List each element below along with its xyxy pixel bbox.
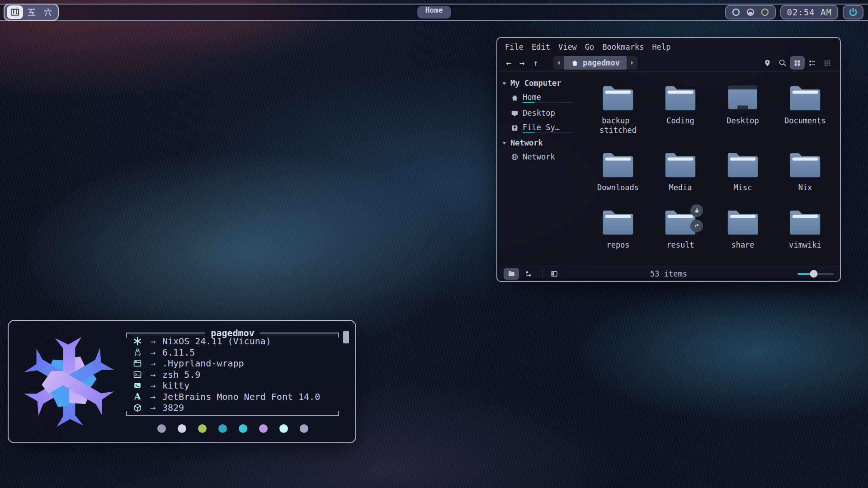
icon-view-button[interactable] — [790, 56, 805, 70]
path-scroll-right-icon[interactable] — [627, 56, 637, 70]
palette-dot-1 — [157, 424, 166, 433]
file-documents[interactable]: Documents — [774, 84, 836, 135]
zoom-slider[interactable] — [797, 273, 834, 275]
up-button[interactable]: ↑ — [529, 56, 542, 69]
back-button[interactable]: ← — [502, 56, 515, 69]
menu-bookmarks[interactable]: Bookmarks — [598, 42, 648, 52]
fetch-value: 6.11.5 — [162, 347, 195, 358]
file-label: share — [731, 240, 754, 250]
folder-icon — [663, 84, 698, 113]
file-label: Misc — [734, 183, 752, 192]
clock: 02:54 AM — [780, 5, 838, 19]
arrow-icon: → — [143, 391, 162, 402]
circle-outline-green-icon[interactable] — [760, 8, 769, 17]
fetch-value: kitty — [162, 380, 189, 391]
arrow-icon: → — [143, 336, 162, 347]
file-misc[interactable]: Misc — [712, 150, 774, 192]
status-bar: 53 items — [497, 266, 840, 281]
drive-icon — [511, 124, 519, 132]
terminal-color-palette — [126, 424, 339, 433]
workspace-button-2[interactable] — [24, 6, 39, 19]
fetch-value: 3829 — [162, 402, 184, 413]
sidebar-item-network[interactable]: Network — [501, 150, 573, 164]
toggle-sidebar-button[interactable] — [547, 268, 562, 280]
sidebar-group-network[interactable]: Network — [501, 136, 573, 150]
file-downloads[interactable]: Downloads — [587, 150, 649, 192]
terminal-window[interactable]: pagedmov →NixOS 24.11 (Vicuna)→6.11.5→.H… — [8, 320, 356, 443]
palette-dot-3 — [198, 424, 207, 433]
fetch-value: JetBrains Mono Nerd Font 14.0 — [162, 391, 320, 402]
folder-icon — [788, 208, 822, 237]
path-segment-home[interactable]: pagedmov — [564, 56, 627, 70]
fetch-row-font: A→JetBrains Mono Nerd Font 14.0 — [126, 391, 339, 402]
menu-view[interactable]: View — [554, 42, 581, 52]
path-scroll-left-icon[interactable] — [553, 56, 564, 70]
file-label: Coding — [666, 116, 694, 126]
workspace-switcher[interactable] — [4, 4, 59, 21]
desktop-folder-icon — [726, 84, 760, 113]
file-share[interactable]: share — [712, 208, 774, 250]
menu-go[interactable]: Go — [581, 42, 598, 52]
sidebar-group-my-computer[interactable]: My Computer — [501, 76, 573, 90]
fetch-frame-bottom — [126, 413, 339, 418]
sidebar-item-filesy[interactable]: File Sy… — [501, 120, 573, 136]
file-desktop[interactable]: Desktop — [712, 84, 774, 135]
arrow-icon: → — [143, 358, 162, 369]
file-label: Desktop — [726, 116, 759, 126]
sidebar-item-desktop[interactable]: Desktop — [501, 106, 573, 120]
menu-edit[interactable]: Edit — [528, 42, 554, 52]
workspace-button-3[interactable] — [40, 6, 56, 19]
file-result[interactable]: result — [649, 208, 712, 250]
menu-file[interactable]: File — [501, 42, 528, 52]
forward-button[interactable]: → — [515, 56, 529, 69]
folder-icon — [726, 150, 760, 179]
file-nix[interactable]: Nix — [774, 150, 836, 192]
chevron-down-icon — [502, 81, 507, 86]
fastfetch-output: pagedmov →NixOS 24.11 (Vicuna)→6.11.5→.H… — [126, 330, 346, 433]
palette-dot-4 — [218, 424, 227, 433]
file-label: Downloads — [597, 183, 639, 192]
palette-dot-5 — [239, 424, 247, 433]
circle-outline-cyan-icon[interactable] — [731, 8, 741, 17]
menu-help[interactable]: Help — [648, 42, 675, 52]
fetch-frame-top: pagedmov — [126, 330, 339, 336]
file-label: repos — [606, 240, 629, 250]
chevron-down-icon — [502, 141, 507, 145]
folder-icon — [601, 208, 635, 237]
lock-emblem-icon — [690, 204, 703, 217]
search-button[interactable] — [775, 56, 790, 70]
list-view-button[interactable] — [805, 56, 820, 70]
location-pin-button[interactable] — [760, 56, 775, 70]
home-icon — [571, 59, 579, 67]
file-repos[interactable]: repos — [587, 208, 649, 250]
file-label: vimwiki — [789, 240, 821, 250]
terminal-cursor — [343, 331, 349, 343]
file-coding[interactable]: Coding — [649, 84, 712, 135]
tray-indicators[interactable] — [725, 5, 776, 19]
power-button[interactable] — [843, 5, 863, 19]
sidebar-item-home[interactable]: Home — [501, 90, 573, 106]
arrow-icon: → — [143, 347, 162, 358]
show-tree-button[interactable] — [521, 268, 536, 280]
globe-icon — [511, 153, 519, 161]
file-media[interactable]: Media — [649, 150, 712, 192]
symlink-emblem-icon — [690, 220, 703, 232]
file-vimwiki[interactable]: vimwiki — [774, 208, 836, 250]
desktop-icon — [511, 109, 519, 117]
folder-icon — [601, 84, 635, 113]
terminal-icon — [132, 381, 143, 389]
arrow-icon: → — [143, 369, 162, 380]
file-backup_stitched[interactable]: backup_ stitched — [587, 84, 649, 135]
compact-view-button[interactable] — [820, 56, 835, 70]
workspace-button-1[interactable] — [7, 5, 23, 19]
palette-dot-6 — [259, 424, 268, 433]
file-label: Documents — [784, 116, 826, 126]
font-icon: A — [132, 392, 143, 401]
circle-half-lavender-icon[interactable] — [746, 8, 755, 17]
home-icon — [511, 94, 519, 102]
shell-icon — [132, 370, 143, 379]
sidebar: My ComputerHomeDesktopFile Sy…NetworkNet… — [497, 72, 573, 266]
package-icon — [132, 404, 143, 412]
show-files-button[interactable] — [504, 268, 519, 280]
zoom-slider-knob[interactable] — [810, 270, 818, 277]
